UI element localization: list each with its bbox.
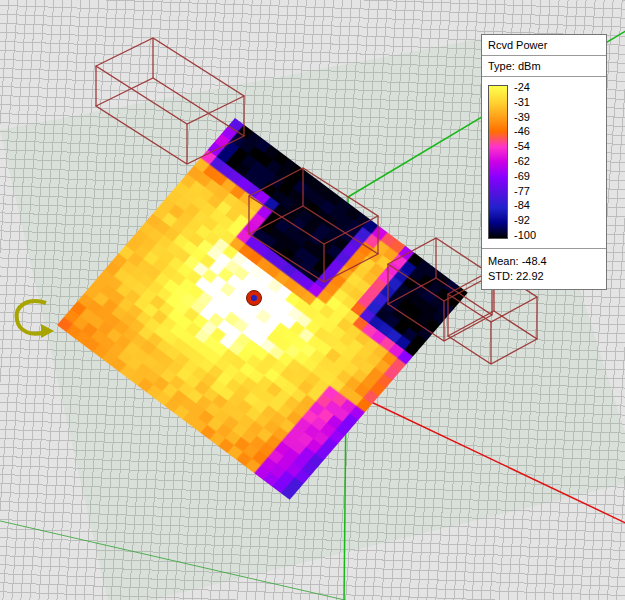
scale-tick-label: -77	[514, 186, 536, 196]
scale-tick-label: -100	[514, 230, 536, 240]
colorbar	[488, 85, 508, 239]
transmitter-center-dot	[251, 295, 257, 301]
legend-colorbar-section: -24-31-39-46-54-62-69-77-84-92-100	[482, 77, 606, 249]
legend-panel: Rcvd Power Type: dBm -24-31-39-46-54-62-…	[481, 34, 607, 290]
scale-tick-label: -92	[514, 215, 536, 225]
legend-title: Rcvd Power	[482, 35, 606, 56]
scale-tick-label: -62	[514, 156, 536, 166]
mean-value: Mean: -48.4	[488, 254, 600, 269]
std-value: STD: 22.92	[488, 269, 600, 284]
legend-stats: Mean: -48.4 STD: 22.92	[482, 249, 606, 289]
scale-tick-label: -39	[514, 112, 536, 122]
scale-tick-label: -54	[514, 141, 536, 151]
scale-tick-label: -24	[514, 82, 536, 92]
transmitter-marker[interactable]	[246, 290, 262, 306]
scale-tick-label: -84	[514, 200, 536, 210]
scale-tick-label: -31	[514, 97, 536, 107]
scale-tick-label: -69	[514, 171, 536, 181]
3d-viewport[interactable]: Rcvd Power Type: dBm -24-31-39-46-54-62-…	[0, 0, 625, 600]
colorbar-tick-labels: -24-31-39-46-54-62-69-77-84-92-100	[514, 82, 536, 240]
scale-tick-label: -46	[514, 126, 536, 136]
legend-type: Type: dBm	[482, 56, 606, 77]
